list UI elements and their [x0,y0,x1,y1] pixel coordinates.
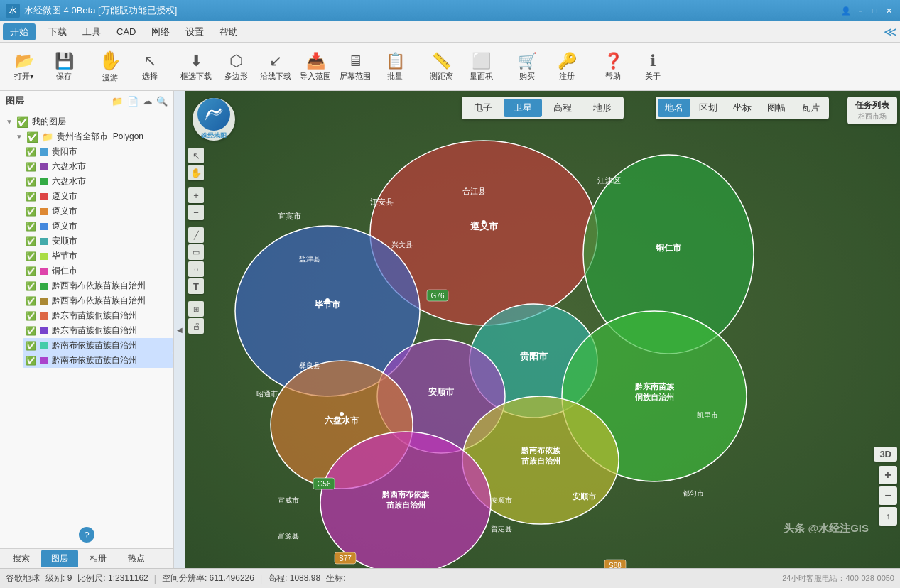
menu-item-network[interactable]: 网络 [144,23,177,41]
map-tool-circle[interactable]: ○ [188,261,204,277]
tool-measure-distance[interactable]: 📏 测距离 [423,46,460,87]
tool-polygon[interactable]: ⬡ 多边形 [217,46,254,87]
task-panel[interactable]: 任务列表 相西市场 [847,97,897,124]
menu-item-cad[interactable]: CAD [109,23,143,40]
tab-layers[interactable]: 图层 [41,550,78,567]
tab-place-name[interactable]: 地名 [658,99,690,117]
sep3 [418,49,418,85]
menu-item-tools[interactable]: 工具 [75,23,108,41]
tool-pan[interactable]: ✋ 漫游 [92,46,129,87]
maximize-button[interactable]: □ [869,5,880,16]
user-icon[interactable]: 👤 [840,5,852,16]
map-tool-print[interactable]: 🖨 [188,318,204,334]
map-tool-grid[interactable]: ⊞ [188,301,204,317]
tab-electronic[interactable]: 电子 [464,99,502,117]
tab-album[interactable]: 相册 [80,550,116,567]
list-item[interactable]: ✅ 黔东南苗族侗族自治州 [23,323,173,338]
tab-hotspot[interactable]: 热点 [118,550,155,567]
tool-save[interactable]: 💾 保存 [45,46,82,87]
list-item[interactable]: ✅ 黔南布依族苗族自治州 [23,353,173,368]
map-tool-cursor[interactable]: ↖ [188,148,204,163]
cloud-icon[interactable]: ☁ [143,96,152,107]
zoom-in-btn[interactable]: + [879,466,897,484]
logo-text: 选经地图 [201,131,227,141]
menu-item-settings[interactable]: 设置 [178,23,211,41]
tool-purchase[interactable]: 🛒 购买 [509,46,546,87]
tree-my-layers[interactable]: ▼ ✅ 我的图层 [3,114,173,129]
close-button[interactable]: ✕ [883,5,894,16]
tool-select[interactable]: ↖ 选择 [131,46,168,87]
tool-open[interactable]: 📂 打开▾ [6,46,43,87]
list-item[interactable]: ✅ 毕节市 [23,249,173,263]
list-item[interactable]: ✅ 黔南布依族苗族自治州 [23,338,173,353]
list-item[interactable]: ✅ 黔西南布依族苗族自治州 [23,278,173,293]
tab-district[interactable]: 区划 [692,99,725,117]
map-tool-zoom-out[interactable]: − [188,205,204,220]
sep2 [173,49,173,85]
map-tool-line[interactable]: ╱ [188,227,204,243]
new-folder-icon[interactable]: 📁 [112,96,123,107]
select-label: 选择 [142,72,158,81]
list-item[interactable]: ✅ 安顺市 [23,234,173,249]
svg-text:安顺市: 安顺市 [491,496,512,504]
list-item[interactable]: ✅ 六盘水市 [23,174,173,189]
tab-coord[interactable]: 坐标 [726,99,759,117]
new-file-icon[interactable]: 📄 [127,96,139,107]
tab-sheet[interactable]: 图幅 [760,99,793,117]
tool-batch[interactable]: 📋 批量 [376,46,413,87]
svg-text:凯里市: 凯里市 [697,411,718,419]
menu-item-help[interactable]: 帮助 [212,23,245,41]
svg-text:昭通市: 昭通市 [256,390,278,398]
north-btn[interactable]: ↑ [879,507,897,526]
start-button[interactable]: 开始 [3,23,36,40]
map-tool-pan[interactable]: ✋ [188,165,204,180]
search-icon[interactable]: 🔍 [156,96,168,107]
minimize-button[interactable]: － [855,5,866,16]
tool-import-range[interactable]: 📥 导入范围 [297,46,334,87]
window-controls: 👤 － □ ✕ [840,5,894,16]
tab-tile[interactable]: 瓦片 [794,99,827,117]
list-item[interactable]: ✅ 六盘水市 [23,159,173,174]
tool-about[interactable]: ℹ 关于 [634,46,671,87]
list-item[interactable]: ✅ 贵阳市 [23,144,173,159]
menu-item-download[interactable]: 下载 [41,23,74,41]
tab-satellite[interactable]: 卫星 [504,99,542,117]
menu-collapse-icon[interactable]: ≪ [884,24,897,40]
tool-register[interactable]: 🔑 注册 [548,46,585,87]
tab-elevation[interactable]: 高程 [543,99,582,117]
tool-screen-range[interactable]: 🖥 屏幕范围 [337,46,374,87]
zoom-out-btn[interactable]: − [879,486,897,505]
frame-download-icon: ⬇ [190,52,202,70]
question-button[interactable]: ? [79,527,94,543]
map-area[interactable]: 遵义市 毕节市 铜仁市 贵阳市 黔东南苗族 侗族自治州 安顺市 [185,91,900,568]
app-title: 水经微图 4.0Beta [万能版功能已授权] [24,4,177,17]
tab-search[interactable]: 搜索 [3,550,40,567]
tab-terrain[interactable]: 地形 [583,99,622,117]
tree-folder-guizhou[interactable]: ▼ ✅ 📁 贵州省全部市_Polygon [13,129,173,144]
tool-help[interactable]: ❓ 帮助 [595,46,631,87]
screen-range-icon: 🖥 [347,52,363,70]
tool-measure-area[interactable]: ⬜ 量面积 [462,46,499,87]
logo-circle [197,98,230,131]
svg-text:宣威市: 宣威市 [278,496,299,504]
list-item[interactable]: ✅ 黔西南布依族苗族自治州 [23,293,173,308]
list-item[interactable]: ✅ 铜仁市 [23,263,173,278]
map-tool-text[interactable]: T [188,278,204,294]
cb-icon: ✅ [26,326,36,336]
tool-frame-download[interactable]: ⬇ 框选下载 [178,46,215,87]
list-item[interactable]: ✅ 黔东南苗族侗族自治州 [23,308,173,323]
btn-3d[interactable]: 3D [874,447,897,462]
svg-point-26 [340,412,344,416]
list-item[interactable]: ✅ 遵义市 [23,189,173,204]
sidebar-header: 图层 📁 📄 ☁ 🔍 [0,91,173,111]
measure-area-icon: ⬜ [472,52,491,70]
list-item[interactable]: ✅ 遵义市 [23,204,173,219]
cb-icon: ✅ [26,222,36,232]
tool-streamline[interactable]: ↙ 沿线下载 [257,46,294,87]
svg-text:黔西南布依族: 黔西南布依族 [381,490,430,499]
list-item[interactable]: ✅ 遵义市 [23,219,173,234]
svg-point-24 [531,352,536,356]
map-tool-zoom-in[interactable]: + [188,187,204,203]
map-tool-rect[interactable]: ▭ [188,244,204,260]
collapse-handle[interactable]: ◀ [174,91,185,568]
